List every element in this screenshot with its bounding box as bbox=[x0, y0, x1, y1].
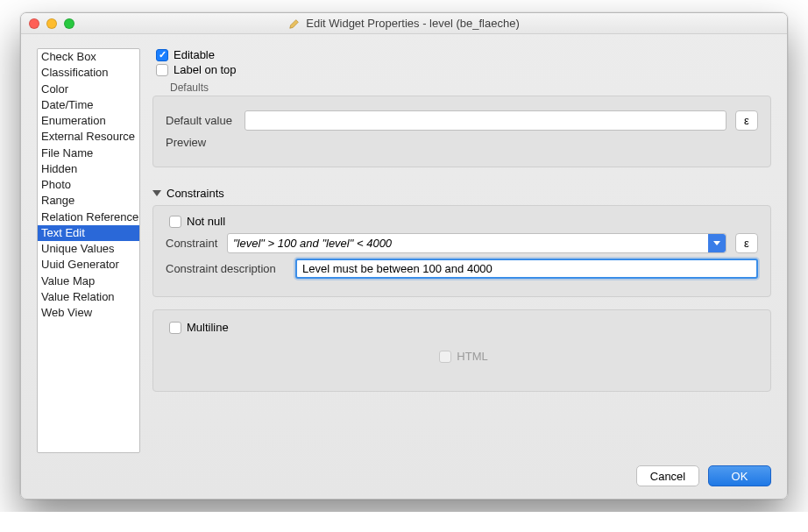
constraint-desc-input[interactable] bbox=[295, 259, 758, 279]
sidebar-item-relation-reference[interactable]: Relation Reference bbox=[38, 209, 139, 225]
default-value-expression-button[interactable]: ε bbox=[735, 110, 758, 131]
default-value-input[interactable] bbox=[245, 110, 726, 131]
titlebar: Edit Widget Properties - level (be_flaec… bbox=[21, 13, 787, 34]
not-null-label: Not null bbox=[187, 215, 225, 228]
main-panel: Editable Label on top Defaults Default v… bbox=[152, 48, 771, 453]
content-area: Check BoxClassificationColorDate/TimeEnu… bbox=[21, 34, 787, 465]
sidebar-item-uuid-generator[interactable]: Uuid Generator bbox=[38, 257, 139, 273]
label-on-top-checkbox-row[interactable]: Label on top bbox=[156, 63, 771, 76]
sidebar-item-unique-values[interactable]: Unique Values bbox=[38, 241, 139, 257]
label-on-top-label: Label on top bbox=[174, 63, 237, 76]
chevron-down-icon bbox=[152, 190, 161, 196]
constraint-select[interactable]: "level" > 100 and "level" < 4000 bbox=[227, 233, 726, 253]
defaults-panel: Default value ε Preview bbox=[152, 96, 771, 167]
constraints-panel: Not null Constraint "level" > 100 and "l… bbox=[152, 205, 771, 297]
constraint-desc-label: Constraint description bbox=[166, 262, 287, 275]
sidebar-item-color[interactable]: Color bbox=[38, 82, 139, 97]
not-null-checkbox-row[interactable]: Not null bbox=[169, 215, 758, 228]
sidebar-item-external-resource[interactable]: External Resource bbox=[38, 129, 139, 145]
editable-checkbox-row[interactable]: Editable bbox=[156, 48, 771, 61]
sidebar-item-date-time[interactable]: Date/Time bbox=[38, 97, 139, 113]
pencil-icon bbox=[288, 18, 301, 30]
label-on-top-checkbox[interactable] bbox=[156, 64, 168, 76]
traffic-lights bbox=[29, 18, 74, 29]
defaults-group-label: Defaults bbox=[170, 82, 771, 94]
sidebar-item-enumeration[interactable]: Enumeration bbox=[38, 113, 139, 129]
sidebar-item-value-map[interactable]: Value Map bbox=[38, 273, 139, 289]
dialog-footer: Cancel OK bbox=[21, 465, 787, 499]
window-title: Edit Widget Properties - level (be_flaec… bbox=[21, 17, 787, 30]
html-checkbox-row: HTML bbox=[439, 350, 487, 363]
sidebar-item-hidden[interactable]: Hidden bbox=[38, 161, 139, 177]
sidebar-item-check-box[interactable]: Check Box bbox=[38, 49, 139, 65]
sidebar-item-range[interactable]: Range bbox=[38, 193, 139, 209]
sidebar-item-photo[interactable]: Photo bbox=[38, 177, 139, 193]
widget-type-list[interactable]: Check BoxClassificationColorDate/TimeEnu… bbox=[37, 48, 140, 453]
constraint-value: "level" > 100 and "level" < 4000 bbox=[233, 237, 392, 250]
constraints-group-label: Constraints bbox=[167, 187, 224, 200]
sidebar-item-classification[interactable]: Classification bbox=[38, 65, 139, 81]
not-null-checkbox[interactable] bbox=[169, 216, 181, 228]
sidebar-item-value-relation[interactable]: Value Relation bbox=[38, 289, 139, 305]
constraint-expression-button[interactable]: ε bbox=[735, 233, 758, 253]
multiline-checkbox[interactable] bbox=[169, 322, 181, 334]
sidebar-item-text-edit[interactable]: Text Edit bbox=[38, 225, 139, 241]
editable-checkbox[interactable] bbox=[156, 49, 168, 61]
constraint-label: Constraint bbox=[166, 237, 218, 250]
default-value-label: Default value bbox=[166, 114, 236, 127]
html-label: HTML bbox=[457, 350, 487, 363]
minimize-icon[interactable] bbox=[46, 18, 57, 29]
multiline-label: Multiline bbox=[187, 321, 229, 334]
zoom-icon[interactable] bbox=[64, 18, 74, 29]
html-checkbox bbox=[439, 351, 451, 363]
chevron-down-icon[interactable] bbox=[708, 234, 726, 252]
cancel-button[interactable]: Cancel bbox=[636, 465, 699, 486]
editable-label: Editable bbox=[174, 48, 215, 61]
sidebar-item-file-name[interactable]: File Name bbox=[38, 145, 139, 161]
sidebar-item-web-view[interactable]: Web View bbox=[38, 305, 139, 321]
preview-label: Preview bbox=[166, 136, 236, 149]
close-icon[interactable] bbox=[29, 18, 39, 29]
multiline-checkbox-row[interactable]: Multiline bbox=[169, 321, 758, 334]
dialog-window: Edit Widget Properties - level (be_flaec… bbox=[20, 12, 788, 500]
multiline-panel: Multiline HTML bbox=[152, 309, 771, 392]
constraints-disclosure[interactable]: Constraints bbox=[152, 187, 771, 200]
ok-button[interactable]: OK bbox=[708, 465, 771, 486]
title-text: Edit Widget Properties - level (be_flaec… bbox=[306, 17, 520, 30]
